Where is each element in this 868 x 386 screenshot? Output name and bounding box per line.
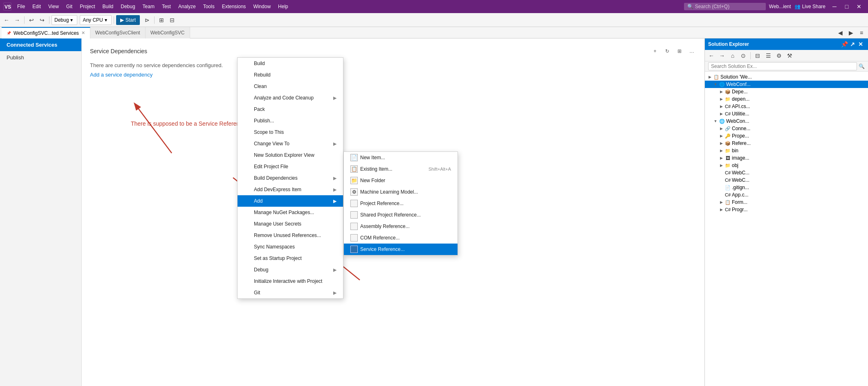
tree-item-11[interactable]: ▶ 🖼 image... [705,154,868,162]
se-float-button[interactable]: ↗ [848,40,857,48]
refresh-button[interactable]: ↻ [663,47,672,56]
menu-test[interactable]: Test [159,3,174,10]
se-filter-btn[interactable]: ⚙ [774,51,784,61]
tree-item-1[interactable]: ▼ 🌐 WebConf... [705,81,868,88]
manage-button[interactable]: ⊞ [675,47,684,56]
menu-tools[interactable]: Tools [200,3,218,10]
tree-expand-icon[interactable]: ▶ [718,140,724,147]
maximize-button[interactable]: □ [841,2,852,11]
tree-expand-icon[interactable] [718,192,724,198]
start-button[interactable]: ▶ Start [116,15,140,25]
menu-build[interactable]: Build [99,3,117,10]
ctx-item-7[interactable]: Change View To▶ [238,138,343,149]
se-back-btn[interactable]: ← [707,51,716,61]
tree-expand-icon[interactable]: ▼ [712,118,719,124]
menu-view[interactable]: View [45,3,62,10]
se-home-btn[interactable]: ⌂ [728,51,738,61]
ctx-item-13[interactable]: Manage NuGet Packages... [238,207,343,218]
tab-webconfig-svc[interactable]: WebConfigSVC [146,27,190,38]
ctx-item-10[interactable]: Build Dependencies▶ [238,172,343,184]
tree-expand-icon[interactable]: ▶ [718,96,724,102]
liveshare-button[interactable]: 👥 Live Share [794,4,825,9]
sub-item-3[interactable]: ⚙ Machine Learning Model... [344,186,458,198]
step-into-button[interactable]: ⊳ [142,15,152,25]
tree-item-6[interactable]: ▼ 🌐 WebCon... [705,117,868,125]
tree-item-7[interactable]: ▶ 🔗 Conne... [705,125,868,132]
sub-item-8[interactable]: Service Reference... [344,244,458,255]
tree-expand-icon[interactable]: ▶ [718,103,724,110]
menu-help[interactable]: Help [275,3,292,10]
se-close-button[interactable]: ✕ [857,40,865,48]
ctx-item-11[interactable]: Add DevExpress Item▶ [238,184,343,195]
minimize-button[interactable]: ─ [829,2,840,11]
tree-expand-icon[interactable]: ▶ [718,111,724,117]
ctx-item-19[interactable]: Initialize Interactive with Project [238,275,343,287]
ctx-item-15[interactable]: Remove Unused References... [238,230,343,241]
tree-expand-icon[interactable] [718,169,724,176]
tab-webconfig-client[interactable]: WebConfigSvcClient [90,27,146,38]
tree-item-9[interactable]: ▶ 📦 Refere... [705,140,868,147]
se-show-all-btn[interactable]: ☰ [763,51,773,61]
se-pin-button[interactable]: 📌 [840,40,848,48]
tree-item-0[interactable]: ▶ 📋 Solution 'We... [705,73,868,81]
sub-item-1[interactable]: 📋 Existing Item...Shift+Alt+A [344,163,458,175]
menu-window[interactable]: Window [250,3,274,10]
tree-item-5[interactable]: ▶ C# Utilitie... [705,110,868,117]
ctx-item-16[interactable]: Sync Namespaces [238,241,343,253]
tree-expand-icon[interactable]: ▶ [707,74,713,80]
se-collapse-btn[interactable]: ⊟ [753,51,763,61]
ctx-item-0[interactable]: Build [238,58,343,69]
tree-expand-icon[interactable]: ▶ [718,155,724,161]
cpu-config-dropdown[interactable]: Any CPU ▾ [80,15,111,25]
tree-item-16[interactable]: C# App.c... [705,191,868,199]
sub-item-6[interactable]: Assembly Reference... [344,221,458,232]
tree-item-14[interactable]: C# WebC... [705,176,868,184]
ctx-item-20[interactable]: Git▶ [238,287,343,298]
tree-item-2[interactable]: ▶ 📦 Depe... [705,88,868,95]
nav-publish[interactable]: Publish [0,51,81,64]
sub-item-5[interactable]: Shared Project Reference... [344,209,458,221]
tree-item-10[interactable]: ▶ 📁 bin [705,147,868,154]
tree-expand-icon[interactable] [718,184,724,191]
se-sync-btn[interactable]: ⊙ [738,51,748,61]
tab-close-0[interactable]: ✕ [81,30,85,36]
add-service-button[interactable]: + [650,47,659,56]
menu-project[interactable]: Project [76,3,98,10]
tree-expand-icon[interactable]: ▶ [718,133,724,139]
menu-team[interactable]: Team [139,3,158,10]
sub-item-0[interactable]: 📄 New Item... [344,152,458,163]
sub-item-4[interactable]: Project Reference... [344,198,458,209]
ctx-item-12[interactable]: Add▶ [238,195,343,207]
tree-expand-icon[interactable] [718,177,724,183]
tree-item-15[interactable]: 📄 .gitign... [705,184,868,191]
tree-expand-icon[interactable]: ▶ [718,147,724,154]
back-button[interactable]: ← [2,15,11,25]
sub-item-2[interactable]: 📁 New Folder [344,175,458,186]
ctx-item-2[interactable]: Clean [238,81,343,92]
ctx-item-17[interactable]: Set as Startup Project [238,253,343,264]
tree-expand-icon[interactable]: ▶ [718,162,724,169]
nav-connected-services[interactable]: Connected Services [0,38,81,51]
ctx-item-4[interactable]: Pack [238,104,343,115]
menu-extensions[interactable]: Extensions [219,3,249,10]
menu-edit[interactable]: Edit [29,3,44,10]
tree-item-17[interactable]: ▶ 📋 Form... [705,199,868,206]
tree-item-18[interactable]: ▶ C# Progr... [705,206,868,213]
tree-item-8[interactable]: ▶ 🔑 Prope... [705,132,868,140]
ctx-item-9[interactable]: Edit Project File [238,161,343,172]
tree-item-12[interactable]: ▶ 📁 obj [705,162,868,169]
add-dep-link[interactable]: Add a service dependency [90,72,153,78]
se-search-input[interactable] [708,62,857,70]
redo-button[interactable]: ↪ [37,15,47,25]
tree-item-13[interactable]: C# WebC... [705,169,868,176]
tree-item-3[interactable]: ▶ 📁 depen... [705,95,868,103]
ctx-item-1[interactable]: Rebuild [238,69,343,81]
tab-list-button[interactable]: ≡ [857,28,866,38]
ctx-item-8[interactable]: New Solution Explorer View [238,149,343,161]
menu-file[interactable]: File [14,3,28,10]
menu-git[interactable]: Git [63,3,76,10]
forward-button[interactable]: → [12,15,22,25]
undo-button[interactable]: ↩ [27,15,36,25]
tree-expand-icon[interactable]: ▶ [718,125,724,132]
se-forward-btn[interactable]: → [717,51,727,61]
